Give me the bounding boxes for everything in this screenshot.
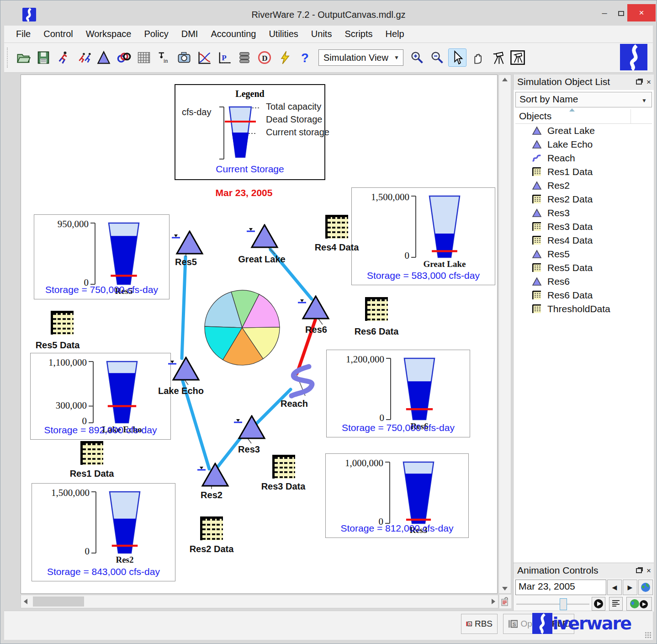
scroll-left-icon[interactable] [24, 599, 27, 604]
list-item-res4-data[interactable]: Res4 Data [515, 234, 652, 247]
list-item-res5-data[interactable]: Res5 Data [515, 261, 652, 275]
horizontal-scrollbar[interactable] [21, 595, 498, 608]
menu-accounting[interactable]: Accounting [204, 27, 262, 41]
play-button[interactable] [592, 597, 605, 611]
menu-units[interactable]: Units [305, 27, 339, 41]
list-item-res3[interactable]: Res3 [515, 206, 652, 220]
save-model-button[interactable] [34, 48, 53, 67]
output-canvas[interactable]: Legend cfs-day Total capacity Dead Stora… [21, 75, 498, 594]
teacup-box-res2[interactable]: 1,500,0000Res2Storage = 843,000 cfs-day [32, 483, 175, 581]
opt-icon: S [508, 618, 518, 629]
menu-file[interactable]: File [10, 27, 37, 41]
multiple-run-button[interactable] [74, 48, 93, 67]
list-item-thresholddata[interactable]: ThresholdData [515, 302, 652, 316]
list-item-res2-data[interactable]: Res2 Data [515, 192, 652, 206]
menu-dmi[interactable]: DMI [175, 27, 205, 41]
prev-step-button[interactable]: ◀ [607, 580, 622, 595]
globe-button[interactable] [638, 580, 653, 595]
database-button[interactable] [235, 48, 254, 67]
slots-grid-button[interactable] [135, 48, 153, 67]
zoom-out-button[interactable] [428, 48, 446, 67]
list-item-res5[interactable]: Res5 [515, 247, 652, 261]
open-model-button[interactable] [14, 48, 32, 67]
menu-scripts[interactable]: Scripts [338, 27, 379, 41]
reservoir-object-res2[interactable] [197, 463, 230, 487]
reservoir-object-button[interactable] [95, 48, 113, 67]
scroll-up-icon[interactable] [502, 78, 508, 81]
animation-date-field[interactable]: Mar 23, 2005 [515, 580, 606, 595]
canvas-lock-button[interactable] [499, 595, 511, 608]
list-item-res2[interactable]: Res2 [515, 179, 652, 192]
menu-workspace[interactable]: Workspace [79, 27, 138, 41]
teacup-glyph-res2 [90, 489, 149, 558]
minimize-button[interactable]: – [597, 4, 612, 21]
snapshot-button[interactable] [175, 48, 193, 67]
dmi-disabled-icon: D [257, 50, 272, 65]
data-object-res5-data[interactable] [51, 311, 74, 335]
teacup-box-lake-echo[interactable]: 1,100,000300,0000Lake EchoStorage = 892,… [30, 353, 171, 440]
reservoir-object-great-lake[interactable] [247, 224, 280, 249]
data-object-res6-data[interactable] [365, 297, 388, 321]
list-item-res3-data[interactable]: Res3 Data [515, 220, 652, 234]
horizontal-scroll-thumb[interactable] [33, 596, 84, 607]
animation-slider[interactable] [516, 603, 589, 605]
status-bar: S RBS S Opt CPLEX iverware [4, 611, 653, 640]
select-tool-button[interactable] [448, 48, 466, 67]
close-panel-icon[interactable]: × [646, 78, 651, 86]
plot-page-button[interactable]: P [215, 48, 233, 67]
menu-control[interactable]: Control [37, 27, 79, 41]
vertical-scrollbar[interactable] [498, 75, 511, 594]
close-button[interactable]: × [627, 4, 656, 21]
object-links-button[interactable] [115, 48, 133, 67]
scroll-down-icon[interactable] [502, 587, 508, 591]
zoom-in-button[interactable] [408, 48, 426, 67]
plot-button[interactable] [195, 48, 213, 67]
list-item-res1-data[interactable]: Res1 Data [515, 165, 652, 179]
select-tool-icon [450, 50, 465, 65]
units-button[interactable]: in [155, 48, 173, 67]
sort-dropdown[interactable]: Sort by Name ▼ [515, 92, 652, 107]
view-selector-dropdown[interactable]: Simulation View▼ [318, 49, 403, 66]
resize-grip[interactable] [645, 632, 651, 638]
dmi-disabled-button[interactable]: D [255, 48, 274, 67]
reservoir-object-res3[interactable] [234, 415, 267, 440]
teacup-box-res6[interactable]: 1,200,0000Res6Storage = 750,000 cfs-day [326, 350, 470, 437]
reservoir-object-lake-echo[interactable] [168, 357, 201, 381]
locator-window-button[interactable] [509, 48, 527, 67]
menu-policy[interactable]: Policy [138, 27, 175, 41]
teacup-box-res5[interactable]: 950,0000Res5Storage = 750,000 cfs-day [34, 214, 170, 299]
list-item-great-lake[interactable]: Great Lake [515, 124, 652, 138]
data-object-res4-data[interactable] [325, 215, 348, 239]
scroll-right-icon[interactable] [492, 599, 495, 604]
reservoir-object-res5[interactable] [172, 230, 205, 255]
menu-help[interactable]: Help [379, 27, 411, 41]
locator-tool-button[interactable] [488, 48, 507, 67]
data-object-res3-data[interactable] [272, 455, 295, 479]
list-item-lake-echo[interactable]: Lake Echo [515, 138, 652, 151]
database-icon [237, 50, 252, 65]
teacup-box-great-lake[interactable]: 1,500,0000Great LakeStorage = 583,000 cf… [351, 187, 495, 285]
list-item-res6-data[interactable]: Res6 Data [515, 288, 652, 302]
help-button[interactable]: ? [296, 48, 314, 67]
teacup-box-res3[interactable]: 1,000,0000Res3Storage = 812,000 cfs-day [325, 453, 469, 538]
reservoir-object-res6[interactable] [298, 295, 331, 320]
float-animation-icon[interactable] [636, 568, 642, 573]
data-object-res2-data[interactable] [200, 516, 223, 540]
list-item-reach[interactable]: Reach [515, 151, 652, 165]
close-animation-icon[interactable]: × [646, 567, 651, 575]
float-panel-icon[interactable] [636, 80, 642, 85]
next-step-button[interactable]: ▶ [623, 580, 637, 595]
single-run-button[interactable] [54, 48, 73, 67]
rbs-button[interactable]: S RBS [461, 614, 498, 634]
list-item-res6[interactable]: Res6 [515, 275, 652, 288]
animation-slider-thumb[interactable] [560, 598, 567, 610]
menu-utilities[interactable]: Utilities [262, 27, 304, 41]
svg-text:D: D [262, 54, 267, 63]
objects-column-header[interactable]: Objects [515, 109, 652, 124]
data-object-res1-data[interactable] [80, 441, 103, 465]
maximize-button[interactable] [613, 4, 629, 21]
pan-tool-button[interactable] [468, 48, 487, 67]
run-trigger-button[interactable] [276, 48, 294, 67]
globe-play-button[interactable] [626, 597, 652, 611]
run-log-button[interactable] [609, 597, 623, 611]
